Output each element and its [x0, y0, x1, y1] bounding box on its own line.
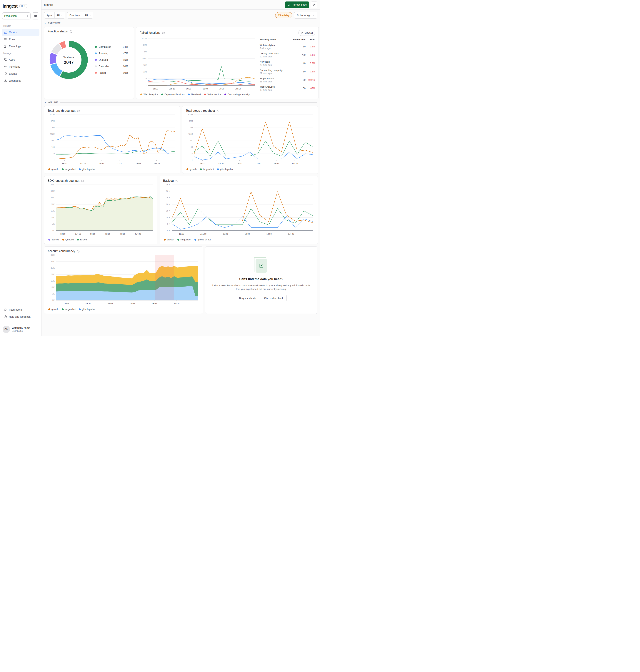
legend-item[interactable]: Stripe invoice — [204, 93, 221, 96]
command-k-shortcut[interactable]: ⌘ K — [19, 4, 27, 8]
refresh-page-button[interactable]: Refresh page — [285, 1, 309, 8]
apps-filter[interactable]: Apps All — [44, 12, 65, 18]
volume-section-header[interactable]: ▼ VOLUME — [44, 101, 317, 104]
svg-text:18:00: 18:00 — [153, 88, 158, 90]
svg-text:1M: 1M — [52, 127, 55, 129]
recently-failed-row[interactable]: Onboarding campaign22 mins ago100.5% — [260, 68, 315, 76]
failed-function-time: 5 mins ago — [260, 47, 292, 49]
svg-text:10 K: 10 K — [166, 216, 170, 218]
cta-body: Let our team know which charts are most … — [211, 284, 311, 291]
functions-filter-label: Functions — [67, 12, 83, 18]
failed-rate-value: 0.1% — [306, 54, 315, 56]
view-all-button[interactable]: View all — [298, 30, 315, 36]
account-concurrency-chart-legend: growthinngestbotgithub-pr-bot — [48, 308, 200, 311]
recently-failed-row[interactable]: Stripe invoice25 mins ago600.07% — [260, 76, 315, 84]
legend-item[interactable]: inngestbot — [62, 168, 76, 171]
legend-item[interactable]: github-pr-bot — [79, 308, 95, 311]
backlog-card: Backlog 35 K30 K25 K20 K15 K10 K5 K0 K18… — [160, 176, 318, 244]
svg-text:06:00: 06:00 — [90, 233, 96, 235]
legend-label: inngestbot — [203, 168, 214, 171]
svg-text:15 K: 15 K — [50, 280, 55, 282]
legend-item[interactable]: growth — [187, 168, 197, 171]
functions-filter[interactable]: Functions All — [67, 12, 93, 18]
sidebar-item-events[interactable]: Events — [2, 70, 40, 77]
legend-item[interactable]: inngestbot — [62, 308, 76, 311]
svg-text:1: 1 — [146, 84, 147, 86]
legend-item[interactable]: Ended — [77, 238, 87, 241]
legend-dot-icon — [164, 239, 166, 241]
legend-item[interactable]: github-pr-bot — [79, 168, 95, 171]
legend-item[interactable]: growth — [48, 168, 59, 171]
legend-item[interactable]: github-pr-bot — [194, 238, 211, 241]
legend-item[interactable]: New lead — [188, 93, 201, 96]
legend-label: Running — [99, 52, 108, 55]
legend-item[interactable]: github-pr-bot — [217, 168, 233, 171]
overview-section-header[interactable]: ▼ OVERVIEW — [44, 22, 317, 25]
legend-item[interactable]: Web Analytics — [140, 93, 158, 96]
legend-item[interactable]: Onboarding campaign — [224, 93, 250, 96]
legend-item[interactable]: Deploy notifications — [161, 93, 185, 96]
help-icon[interactable] — [175, 179, 178, 183]
svg-text:10K: 10K — [51, 140, 55, 142]
legend-item[interactable]: Running47% — [95, 52, 128, 55]
sidebar-item-runs[interactable]: Runs — [2, 36, 40, 43]
svg-text:Jun 19: Jun 19 — [200, 233, 206, 235]
recently-failed-row[interactable]: Web Analytics35 mins ago501.67% — [260, 84, 315, 92]
help-icon[interactable] — [77, 109, 80, 112]
legend-item[interactable]: inngestbot — [200, 168, 214, 171]
help-icon[interactable] — [77, 250, 80, 253]
legend-item[interactable]: Started — [48, 238, 59, 241]
failed-function-name: Deploy notification — [260, 52, 292, 55]
legend-item[interactable]: inngestbot — [177, 238, 191, 241]
col-failed-runs: Failed runs — [292, 38, 306, 41]
recently-failed-row[interactable]: Web Analytics5 mins ago100.5% — [260, 42, 315, 51]
function-status-card: Function status Total runs2047 Completed… — [44, 27, 134, 99]
settings-button[interactable] — [311, 1, 317, 8]
help-icon[interactable] — [162, 31, 165, 34]
help-icon[interactable] — [69, 30, 72, 33]
legend-item[interactable]: Queued — [62, 238, 74, 241]
chart-illustration — [256, 259, 267, 273]
environment-select[interactable]: Production — [2, 12, 31, 19]
legend-label: Ended — [80, 238, 87, 241]
apps-filter-value: All — [57, 14, 60, 17]
svg-text:20 K: 20 K — [50, 273, 55, 275]
svg-text:18:00: 18:00 — [135, 162, 141, 165]
gear-icon — [312, 3, 316, 6]
total-steps-chart: 100M10M1M100K10K10010118:00Jun 1906:0012… — [186, 112, 315, 166]
account-profile[interactable]: CN Company name User name — [0, 323, 41, 336]
legend-label: growth — [167, 238, 174, 241]
legend-dot-icon — [62, 168, 64, 170]
help-icon[interactable] — [81, 179, 84, 183]
sidebar-item-apps[interactable]: Apps — [2, 56, 40, 63]
svg-text:Jun 19: Jun 19 — [218, 162, 224, 165]
legend-item[interactable]: growth — [164, 238, 174, 241]
help-icon[interactable] — [216, 109, 219, 112]
time-range-select[interactable]: 24 hours ago — [294, 12, 317, 18]
svg-text:30 K: 30 K — [166, 190, 170, 192]
request-charts-button[interactable]: Request charts — [236, 295, 259, 301]
legend-dot-icon — [62, 239, 64, 241]
delay-badge: 15m delay — [275, 12, 292, 18]
sidebar-item-help-and-feedback[interactable]: Help and feedback — [2, 313, 40, 320]
recently-failed-row[interactable]: Deploy notification10 mins ago7000.1% — [260, 51, 315, 59]
legend-item[interactable]: Queued15% — [95, 58, 128, 61]
legend-dot-icon — [140, 94, 142, 96]
sidebar-item-functions[interactable]: Functions — [2, 63, 40, 70]
svg-text:12:00: 12:00 — [203, 88, 208, 90]
legend-label: Onboarding campaign — [228, 93, 250, 96]
legend-item[interactable]: growth — [48, 308, 59, 311]
svg-text:5 K: 5 K — [52, 293, 55, 295]
sidebar-item-integrations[interactable]: Integrations — [2, 306, 40, 313]
legend-item[interactable]: Cancelled10% — [95, 65, 128, 68]
environment-filter-button[interactable] — [32, 12, 39, 19]
function-status-donut-chart: Total runs2047 — [49, 40, 89, 80]
legend-item[interactable]: Completed24% — [95, 45, 128, 48]
recently-failed-row[interactable]: New lead20 mins ago400.3% — [260, 59, 315, 68]
legend-item[interactable]: Failed10% — [95, 71, 128, 74]
svg-text:100K: 100K — [50, 133, 55, 135]
sidebar-item-metrics[interactable]: Metrics — [2, 29, 40, 36]
sidebar-item-event-logs[interactable]: Event logs — [2, 43, 40, 50]
give-feedback-button[interactable]: Give us feedback — [261, 295, 287, 301]
sidebar-item-webhooks[interactable]: Webhooks — [2, 77, 40, 84]
